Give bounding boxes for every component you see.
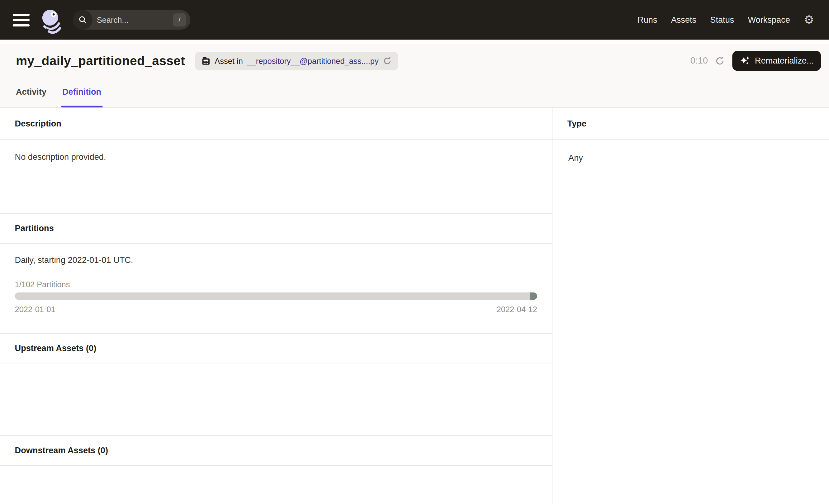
asset-repository-tag: Asset in __repository__@partitioned_ass.… (195, 52, 398, 70)
refresh-icon[interactable] (715, 56, 725, 66)
top-navbar: / Runs Assets Status Workspace ⚙ (0, 0, 829, 40)
active-tab-underline (61, 106, 103, 107)
search-shortcut-key: / (173, 13, 186, 26)
tab-definition[interactable]: Definition (61, 79, 103, 107)
app-viewport: / Runs Assets Status Workspace ⚙ my_dail… (0, 0, 829, 504)
nav-link-runs[interactable]: Runs (638, 15, 657, 25)
description-heading: Description (0, 108, 552, 140)
partition-range-end: 2022-04-12 (497, 304, 537, 314)
asset-page-header: my_daily_partitioned_asset Asset in __re… (0, 44, 829, 108)
type-value: Any (552, 140, 829, 163)
description-body: No description provided. (0, 140, 552, 214)
nav-link-assets[interactable]: Assets (671, 15, 697, 25)
search-icon (73, 10, 93, 30)
right-column: Type Any (552, 108, 829, 504)
downstream-assets-body (0, 466, 552, 504)
dagster-logo-icon[interactable] (39, 8, 64, 32)
navbar-links: Runs Assets Status Workspace (638, 15, 790, 25)
poll-countdown: 0:10 (690, 56, 708, 66)
partition-schedule-text: Daily, starting 2022-01-01 UTC. (15, 255, 537, 265)
hamburger-menu-icon[interactable] (13, 13, 30, 26)
reload-repository-icon[interactable] (383, 57, 392, 65)
sparkles-icon (740, 55, 751, 66)
repository-icon (202, 57, 211, 65)
nav-link-workspace[interactable]: Workspace (748, 15, 790, 25)
repository-link[interactable]: __repository__@partitioned_ass....py (247, 57, 379, 65)
definition-content: Description No description provided. Par… (0, 108, 829, 504)
partition-range-start: 2022-01-01 (15, 304, 56, 314)
page-title: my_daily_partitioned_asset (16, 53, 185, 68)
upstream-assets-body (0, 363, 552, 436)
partition-count-label: 1/102 Partitions (15, 280, 537, 289)
partitions-body: Daily, starting 2022-01-01 UTC. 1/102 Pa… (0, 244, 552, 334)
nav-link-status[interactable]: Status (710, 15, 734, 25)
global-search[interactable]: / (73, 10, 190, 30)
search-input[interactable] (97, 15, 160, 24)
asset-tag-label: Asset in (215, 57, 243, 65)
type-heading: Type (552, 108, 829, 140)
partition-health-bar[interactable] (15, 292, 537, 300)
downstream-assets-heading: Downstream Assets (0) (0, 436, 552, 466)
settings-gear-icon[interactable]: ⚙ (804, 14, 814, 26)
partition-progress-fill (530, 292, 537, 300)
asset-tabs: Activity Definition (0, 79, 829, 107)
upstream-assets-heading: Upstream Assets (0) (0, 334, 552, 363)
rematerialize-label: Rematerialize... (755, 56, 814, 66)
rematerialize-button[interactable]: Rematerialize... (732, 51, 821, 71)
partitions-heading: Partitions (0, 214, 552, 244)
tab-activity[interactable]: Activity (15, 79, 48, 107)
left-column: Description No description provided. Par… (0, 108, 552, 504)
